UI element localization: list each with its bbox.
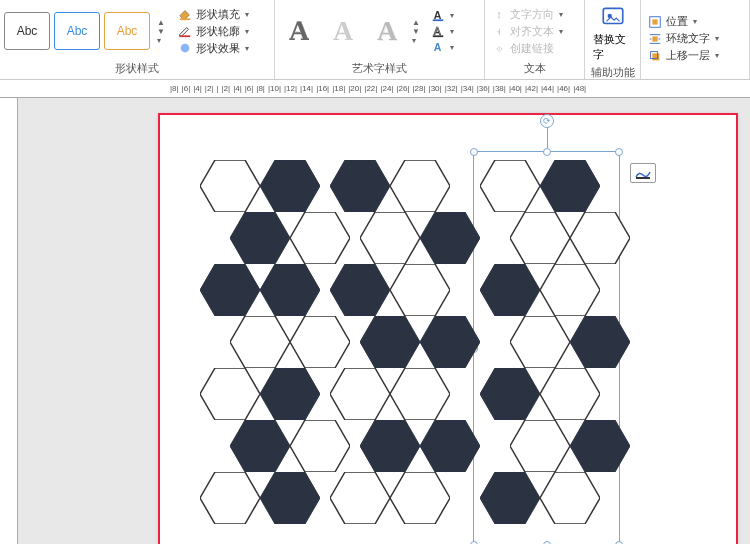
svg-marker-30: [330, 160, 390, 212]
text-direction-button[interactable]: ↕文字方向▾: [489, 7, 566, 22]
resize-handle-ne[interactable]: [615, 148, 623, 156]
position-button[interactable]: 位置▾: [645, 14, 722, 29]
expand-icon[interactable]: ▾: [412, 36, 420, 45]
hexagon-filled[interactable]: [570, 316, 630, 368]
hexagon-empty[interactable]: [540, 472, 600, 524]
hexagon-filled: [230, 420, 290, 472]
svg-marker-26: [230, 420, 290, 472]
expand-icon[interactable]: ▾: [157, 36, 165, 45]
svg-marker-29: [260, 472, 320, 524]
vertical-ruler[interactable]: [0, 98, 18, 544]
svg-marker-38: [330, 368, 390, 420]
hexagon-empty[interactable]: [540, 368, 600, 420]
svg-marker-27: [290, 420, 350, 472]
svg-marker-53: [540, 368, 600, 420]
hexagon-empty: [390, 264, 450, 316]
svg-rect-4: [433, 19, 444, 21]
hexagon-empty: [330, 472, 390, 524]
align-text-button[interactable]: ⫞对齐文本▾: [489, 24, 566, 39]
document-canvas[interactable]: ⟳: [18, 98, 750, 544]
hexagon-empty[interactable]: [540, 264, 600, 316]
svg-text:A: A: [434, 41, 442, 53]
svg-marker-28: [200, 472, 260, 524]
chevron-down-icon[interactable]: ▼: [412, 27, 420, 36]
wordart-preset-2[interactable]: A: [323, 11, 363, 51]
hexagon-filled: [420, 316, 480, 368]
text-fill-button[interactable]: A▾: [428, 8, 457, 22]
svg-marker-24: [200, 368, 260, 420]
svg-marker-37: [420, 316, 480, 368]
bring-forward-button[interactable]: 上移一层▾: [645, 48, 722, 63]
svg-marker-56: [480, 472, 540, 524]
hexagon-empty[interactable]: [510, 316, 570, 368]
svg-marker-47: [570, 212, 630, 264]
alt-text-button[interactable]: 替换文字: [589, 2, 636, 64]
svg-marker-39: [390, 368, 450, 420]
text-outline-button[interactable]: A▾: [428, 24, 457, 38]
position-label: 位置: [666, 14, 688, 29]
hexagon-empty: [390, 472, 450, 524]
hexagon-empty: [390, 160, 450, 212]
hexagon-filled: [330, 160, 390, 212]
document-page: ⟳: [158, 113, 738, 544]
horizontal-ruler[interactable]: |8||6||4||2|||2||4||6||8||10||12||14||16…: [0, 80, 750, 98]
shape-preset-1[interactable]: Abc: [4, 12, 50, 50]
paint-bucket-icon: [178, 7, 192, 21]
hexagon-filled: [260, 264, 320, 316]
align-text-icon: ⫞: [492, 24, 506, 38]
hexagon-filled: [420, 420, 480, 472]
hexagon-filled[interactable]: [480, 264, 540, 316]
hexagon-empty[interactable]: [510, 420, 570, 472]
align-text-label: 对齐文本: [510, 24, 554, 39]
ribbon-toolbar: Abc Abc Abc ▲ ▼ ▾ 形状填充▾ 形状轮廓▾ 形状效果▾: [0, 0, 750, 80]
create-link-button[interactable]: ⟐创建链接: [489, 41, 566, 56]
svg-marker-40: [360, 420, 420, 472]
shape-outline-button[interactable]: 形状轮廓▾: [175, 24, 252, 39]
resize-handle-nw[interactable]: [470, 148, 478, 156]
svg-marker-52: [480, 368, 540, 420]
pen-icon: [178, 24, 192, 38]
shape-effects-button[interactable]: 形状效果▾: [175, 41, 252, 56]
hexagon-filled[interactable]: [480, 368, 540, 420]
svg-marker-49: [540, 264, 600, 316]
wordart-preset-1[interactable]: A: [279, 11, 319, 51]
hexagon-filled[interactable]: [540, 160, 600, 212]
svg-rect-15: [636, 177, 650, 179]
chevron-down-icon[interactable]: ▼: [157, 27, 165, 36]
svg-marker-46: [510, 212, 570, 264]
hexagon-empty: [390, 368, 450, 420]
svg-marker-51: [570, 316, 630, 368]
svg-text:A: A: [434, 9, 442, 21]
hexagon-filled: [420, 212, 480, 264]
chevron-up-icon[interactable]: ▲: [157, 18, 165, 27]
wordart-preset-3[interactable]: A: [367, 11, 407, 51]
layout-options-button[interactable]: [630, 163, 656, 183]
shape-fill-button[interactable]: 形状填充▾: [175, 7, 252, 22]
hexagon-filled: [360, 420, 420, 472]
hexagon-empty[interactable]: [570, 212, 630, 264]
group-label-text: 文本: [489, 60, 580, 77]
wrap-text-button[interactable]: 环绕文字▾: [645, 31, 722, 46]
shape-preset-3[interactable]: Abc: [104, 12, 150, 50]
svg-rect-0: [180, 18, 191, 20]
resize-handle-n[interactable]: [543, 148, 551, 156]
bring-forward-icon: [648, 49, 662, 63]
svg-rect-11: [652, 19, 657, 24]
shape-preset-2[interactable]: Abc: [54, 12, 100, 50]
hexagon-filled: [330, 264, 390, 316]
chevron-up-icon[interactable]: ▲: [412, 18, 420, 27]
hexagon-empty[interactable]: [510, 212, 570, 264]
text-direction-label: 文字方向: [510, 7, 554, 22]
svg-marker-20: [200, 264, 260, 316]
hexagon-empty[interactable]: [480, 160, 540, 212]
text-effects-button[interactable]: A▾: [428, 40, 457, 54]
create-link-label: 创建链接: [510, 41, 554, 56]
hexagon-filled[interactable]: [570, 420, 630, 472]
hexagon-empty: [290, 420, 350, 472]
hexagon-empty: [290, 212, 350, 264]
position-icon: [648, 15, 662, 29]
rotation-handle[interactable]: ⟳: [540, 114, 554, 128]
svg-marker-44: [480, 160, 540, 212]
hexagon-filled[interactable]: [480, 472, 540, 524]
svg-rect-1: [180, 35, 191, 37]
